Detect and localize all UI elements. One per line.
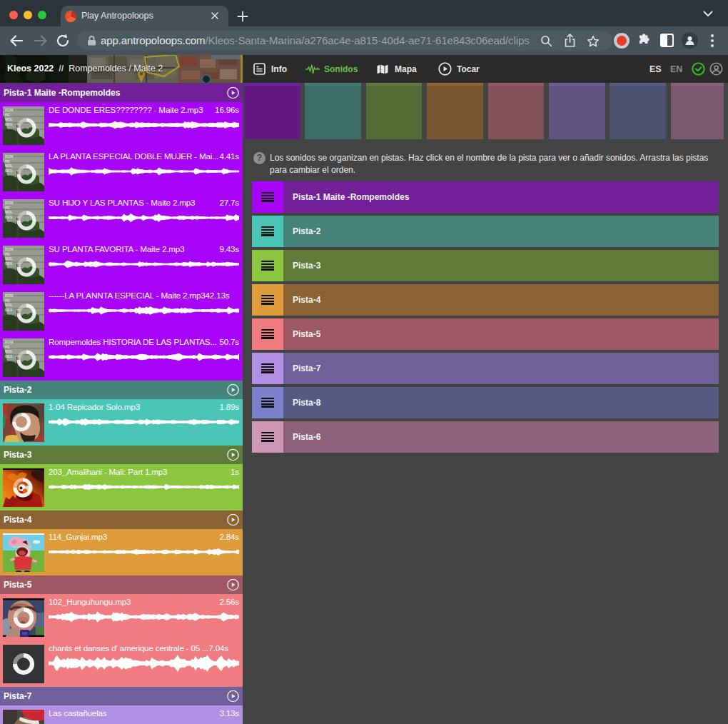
svg-text:DES: DES (5, 308, 13, 312)
svg-text:MOL: MOL (5, 210, 13, 214)
svg-text:DES: DES (5, 354, 13, 358)
svg-text:ROM: ROM (5, 108, 14, 112)
svg-text:MOL: MOL (5, 117, 13, 121)
svg-text:ROM: ROM (5, 247, 14, 251)
svg-text:PE: PE (5, 159, 10, 164)
svg-text:MOL: MOL (5, 164, 13, 168)
svg-text:PE: PE (5, 298, 10, 303)
svg-text:ROM: ROM (5, 201, 14, 205)
svg-text:PE: PE (5, 345, 10, 349)
svg-text:DES: DES (5, 261, 13, 266)
svg-text:DES: DES (5, 122, 13, 126)
svg-text:PE: PE (5, 113, 10, 117)
svg-text:PE: PE (5, 252, 10, 256)
svg-text:PE: PE (5, 206, 10, 210)
svg-text:ROM: ROM (5, 154, 14, 159)
svg-text:DES: DES (5, 215, 13, 219)
svg-text:ROM: ROM (5, 293, 14, 298)
svg-text:ROM: ROM (5, 340, 14, 344)
svg-text:MOL: MOL (5, 303, 13, 307)
svg-text:MOL: MOL (5, 256, 13, 261)
svg-text:DES: DES (5, 169, 13, 173)
svg-text:MOL: MOL (5, 349, 13, 353)
